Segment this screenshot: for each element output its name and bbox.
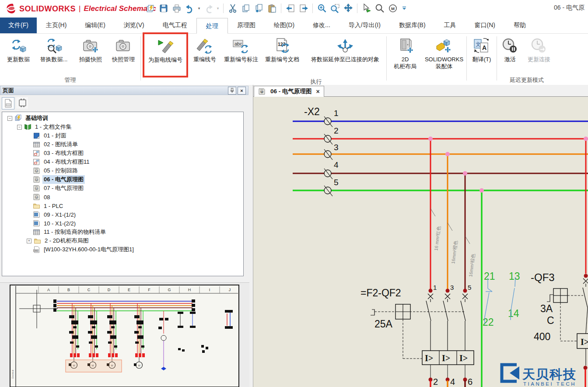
more-commands-icon[interactable] [400,2,412,14]
aux-contacts[interactable]: 21 22 13 14 [483,271,520,328]
main-area: 06 - 电气原理图 × -X2 [253,85,588,387]
print-icon[interactable] [171,2,182,14]
translate-button[interactable]: 翻译(T) [468,34,496,75]
pin-panel-icon[interactable] [228,87,236,95]
redo-dropdown-icon[interactable] [216,6,220,11]
button-label: 为新电线编号 [148,56,182,63]
svg-text:F: F [148,288,150,292]
svg-text:25A: 25A [374,318,393,330]
document-tab[interactable]: 06 - 电气原理图 × [254,86,324,97]
menu-tab-help[interactable]: 帮助 [504,18,535,33]
cabinet-2d-layout-button[interactable]: 2D 机柜布局 [388,34,423,75]
group-divider [140,36,141,81]
activate-button[interactable]: 激活 [498,34,522,75]
update-data-icon [10,36,27,56]
menu-tab-schematic[interactable]: 原理图 [228,18,265,33]
tree-item-bom[interactable]: 11 - 按制造商的物料清单 [2,228,243,236]
menu-tab-modify[interactable]: 修改... [304,18,340,33]
renumber-marks-icon [232,36,250,56]
extend-data-button[interactable]: 将数据延伸至已连接的对象 [305,34,385,75]
redo-icon[interactable] [203,2,214,14]
menu-tab-draw[interactable]: 绘图(D) [265,18,304,33]
svg-text:I>: I> [425,353,433,363]
button-label: 更新连接 [528,56,550,63]
menu-tab-import-export[interactable]: 导入/导出(I) [340,18,390,33]
tree-item-dwg-drawing[interactable]: [W100-32YH.600-00-1电气原理图1] [2,245,243,254]
solidworks-assembly-button[interactable]: SOLIDWORKS 装配体 [423,34,466,75]
close-panel-icon[interactable]: × [238,87,246,95]
page-preview[interactable]: Electrical AB CD EF GH IJ [0,282,249,387]
menu-bar: 文件(F) 主页(H) 编辑(E) 浏览(V) 电气工程 处理 原理图 绘图(D… [0,18,588,34]
tree-item-wiring-diagram-04[interactable]: 04 - 布线方框图11 [2,158,243,166]
undo-icon[interactable] [184,2,196,14]
tree-item-cover[interactable]: 01 - 封面 [2,131,243,140]
menu-tab-home[interactable]: 主页(H) [37,18,76,33]
tree-item-project[interactable]: 基础培训 [2,114,243,123]
menu-tab-view[interactable]: 浏览(V) [115,18,154,33]
renumber-marks-button[interactable]: 重新编号标注 [220,34,262,75]
search-icon[interactable] [374,2,385,14]
pan-icon[interactable] [342,2,354,14]
menu-tab-library[interactable]: 数据库(B) [390,18,435,33]
menu-tab-electrical-project[interactable]: 电气工程 [154,18,196,33]
take-snapshot-button[interactable]: 拍摄快照 [74,34,107,75]
tianbei-watermark-logo: 天贝科技 TIANBEI TECH [502,365,577,387]
tree-item-wiring-diagram-03[interactable]: 03 - 布线方框图 [2,149,243,158]
tree-item-schematic-06[interactable]: 06 - 电气原理图 [2,175,243,184]
menu-tab-window[interactable]: 窗口(N) [466,18,504,33]
tree-item-cabinet-layout-folder[interactable]: 2 - 2D机柜布局图 [2,236,243,245]
renumber-wires-icon [196,36,214,56]
menu-tab-edit[interactable]: 编辑(E) [76,18,115,33]
tree-item-terminal-09[interactable]: 09 - X1-(1/2) [2,210,243,219]
previous-page-icon[interactable] [284,2,296,14]
breaker-qf2[interactable]: =F2-QF2 1 3 5 [360,284,474,387]
tree-item-drawing-list[interactable]: 02 - 图纸清单 [2,140,243,149]
collapse-icon[interactable] [17,125,22,130]
terminal-strip-x2[interactable]: -X2 1 2 3 4 5 [304,106,339,196]
page-view-icon[interactable] [2,97,14,109]
button-label: 替换数据... [40,56,68,63]
tree-item-document-set[interactable]: 1 - 文档文件集 [2,123,243,131]
run-selection-icon[interactable] [360,2,372,14]
tree-item-schematic-08[interactable]: 08 [2,193,243,201]
update-connections-icon [530,36,548,56]
snapshot-manager-button[interactable]: 快照管理 [107,34,140,75]
project-macros-icon[interactable] [144,2,156,14]
update-data-button[interactable]: 更新数据 [1,34,36,75]
zoom-in-icon[interactable] [316,2,328,14]
svg-text:4: 4 [450,377,455,387]
svg-text:I>: I> [581,337,588,347]
menu-tab-file[interactable]: 文件(F) [0,18,37,33]
workspace: 页面 × 基础培训 1 - 文档文件集 01 - 封面 02 - 图纸清单 03… [0,85,588,387]
tree-item-schematic-07[interactable]: 07 - 电气原理图 [2,184,243,193]
cut-icon[interactable] [227,2,238,14]
undo-dropdown-icon[interactable] [197,6,201,11]
schematic-canvas[interactable]: -X2 1 2 3 4 5 [253,97,588,387]
cabinet-view-icon[interactable] [16,97,28,109]
renumber-wires-button[interactable]: 重编线号 [189,34,220,75]
paste-icon[interactable] [266,2,278,14]
tree-item-terminal-10[interactable]: 10 - X1-(2/2) [2,219,243,228]
number-new-wires-button[interactable]: 为新电线编号 [144,34,186,76]
insert-m-symbol-icon[interactable] [387,2,399,14]
close-tab-icon[interactable]: × [315,88,320,95]
menu-tab-process[interactable]: 处理 [196,18,228,34]
copy-icon[interactable] [240,2,252,14]
svg-text:5: 5 [468,284,471,291]
button-label: SOLIDWORKS [425,56,463,63]
renumber-documents-button[interactable]: 重新编号文档 [262,34,303,75]
collapse-icon[interactable] [7,116,12,121]
tree-item-control-circuit[interactable]: 05 - 控制回路 [2,166,243,175]
junction-dots [428,137,588,193]
extend-data-icon [336,36,354,56]
copy-with-base-point-icon[interactable] [253,2,265,14]
tree-item-plc-folder[interactable]: 1 - PLC [2,201,243,210]
save-icon[interactable] [158,2,169,14]
menu-tab-tools[interactable]: 工具 [435,18,466,33]
expand-icon[interactable] [27,239,32,243]
replace-data-button[interactable]: 替换数据... [36,34,72,75]
button-label: 快照管理 [112,56,135,63]
zoom-window-icon[interactable] [329,2,341,14]
button-label: 更新数据 [7,56,30,63]
next-page-icon[interactable] [298,2,309,14]
